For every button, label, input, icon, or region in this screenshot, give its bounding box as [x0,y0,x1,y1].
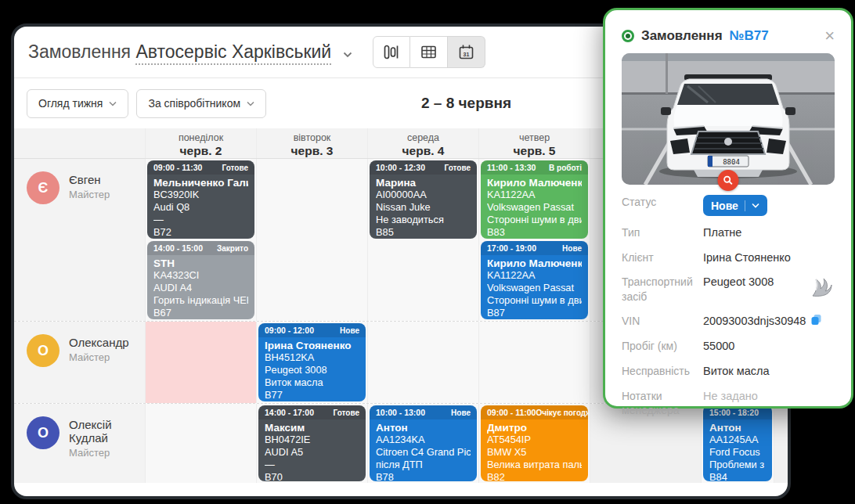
card-plate: BH0472IE [265,434,359,446]
employee-cell[interactable]: Є Євген Майстер [14,159,145,321]
card-plate: KA1122AA [487,189,582,201]
day-cell[interactable]: 10:00 - 12:30Готове Марина AI00000AA Nis… [367,159,478,321]
card-time: 14:00 - 17:00 [265,408,314,417]
day-cell[interactable] [478,322,590,403]
appointment-card[interactable]: 14:00 - 15:00Закрито STH KA4323CI AUDI A… [147,241,254,319]
appointment-card[interactable]: 14:00 - 17:00Готове Максим BH0472IE AUDI… [258,405,366,481]
avatar: Є [27,171,60,204]
chevron-down-icon[interactable] [343,41,352,62]
vin-value: 20093003dnjs30948 [703,314,806,329]
popup-header: Замовлення №B77 × [622,27,835,45]
status-badge: Готове [334,409,359,417]
card-time: 14:00 - 15:00 [153,243,203,253]
day-cell[interactable]: 09:00 - 11:00Очікує погодження Дмитро AT… [478,404,590,483]
card-order-number: B67 [153,307,248,319]
card-issue: Проблеми з ел [709,459,766,471]
card-client: Кирило Малюченко [487,177,582,189]
card-issue: Виток масла [265,376,359,389]
group-by-dropdown[interactable]: За співробітником [136,89,266,118]
table-view-icon [421,45,436,59]
svg-text:31: 31 [463,52,469,57]
appointment-card[interactable]: 17:00 - 19:00Нове Кирило Малюченко KA112… [481,241,588,319]
appointment-card[interactable]: 09:00 - 11:30Готове Мельниченко Галина B… [147,160,254,239]
view-period-label: Огляд тижня [38,97,103,110]
zoom-badge-icon[interactable] [718,170,739,191]
copy-icon[interactable] [810,314,822,330]
status-badge: Готове [445,164,471,172]
card-plate: KA1122AA [487,269,582,282]
popup-title: Замовлення [641,28,723,44]
day-cell[interactable]: 14:00 - 17:00Готове Максим BH0472IE AUDI… [256,404,367,483]
table-view-button[interactable] [410,36,448,68]
card-order-number: B83 [487,226,582,239]
day-cell[interactable] [367,322,478,403]
status-badge: Очікує погодження [536,409,588,417]
card-issue: Сторонні шуми в двиг... [487,294,582,307]
avatar: О [27,416,60,449]
day-cell[interactable]: 09:00 - 12:00Нове Ірина Стояненко BH4512… [256,322,367,403]
card-order-number: B84 [709,471,766,481]
day-cell[interactable] [145,404,256,483]
card-time: 09:00 - 11:30 [153,163,202,172]
close-icon[interactable]: × [824,27,835,45]
appointment-card[interactable]: 11:00 - 13:30В роботі Кирило Малюченко K… [481,160,588,239]
day-header-wed: середа черв. 4 [367,128,478,158]
employee-name: Олексій Кудлай [69,416,137,445]
day-cell[interactable]: 10:00 - 13:00Нове Антон AA1234KA Citroen… [367,404,478,483]
card-plate: AA1234KA [376,434,471,446]
status-badge: В роботі [549,164,582,172]
employee-role: Майстер [69,447,137,459]
calendar-view-icon: 31 [459,45,474,59]
calendar-view-button[interactable]: 31 [448,36,485,68]
status-badge: Нове [562,244,582,253]
card-time: 09:00 - 12:00 [265,326,314,335]
status-badge: Нове [340,326,359,335]
day-cell[interactable] [256,159,367,321]
day-cell[interactable]: 11:00 - 13:30В роботі Кирило Малюченко K… [478,159,590,321]
status-badge: Нове [451,409,471,417]
status-badge: Закрито [217,244,248,253]
unavailable-block [146,322,256,403]
field-client: Клієнт Ірина Стояненко [622,250,835,266]
order-details-popup: Замовлення №B77 × [603,8,853,409]
card-time: 10:00 - 13:00 [376,408,425,417]
card-issue: Горить індикація ЧЕК [153,294,248,307]
kanban-view-button[interactable] [373,36,410,68]
status-dropdown-button[interactable]: Нове [703,195,767,216]
card-plate: AA1245AA [709,434,766,446]
day-header-tue: вівторок черв. 3 [256,128,367,158]
field-status: Статус Нове [622,195,835,216]
card-time: 10:00 - 12:30 [376,163,425,172]
card-vehicle: Ford Focus [709,446,766,459]
view-period-dropdown[interactable]: Огляд тижня [27,89,128,118]
day-cell-unavailable[interactable] [145,322,256,403]
card-issue: після ДТП [376,459,471,471]
appointment-card[interactable]: 10:00 - 12:30Готове Марина AI00000AA Nis… [370,160,477,239]
card-order-number: B77 [265,389,359,401]
card-order-number: B87 [487,307,582,319]
card-client: Антон [709,422,766,434]
appointment-card[interactable]: 09:00 - 12:00Нове Ірина Стояненко BH4512… [258,323,366,401]
card-plate: BH4512KA [265,351,359,364]
card-order-number: B85 [376,226,471,239]
employee-cell[interactable]: О Олексій Кудлай Майстер [14,404,145,483]
field-vin: VIN 20093003dnjs30948 [622,314,835,330]
card-vehicle: Volkswagen Passat [487,201,582,214]
card-vehicle: BMW X5 [487,446,582,459]
appointment-card[interactable]: 10:00 - 13:00Нове Антон AA1234KA Citroen… [370,405,477,481]
card-client: Максим [265,422,359,434]
group-by-label: За співробітником [148,97,240,110]
card-client: Кирило Малюченко [487,257,582,269]
chevron-down-icon [247,101,254,106]
employee-cell[interactable]: О Олександр Майстер [14,322,145,403]
card-vehicle: AUDI A4 [153,282,248,294]
vehicle-photo[interactable]: 8804 [622,53,835,185]
day-cell[interactable]: 09:00 - 11:30Готове Мельниченко Галина B… [145,159,256,321]
card-plate: BC3920IK [153,189,248,201]
avatar: О [27,334,60,367]
card-issue: Сторонні шуми в двиг... [487,214,582,226]
status-value: Нове [711,200,738,212]
appointment-card[interactable]: 09:00 - 11:00Очікує погодження Дмитро AT… [481,405,588,481]
order-number-link[interactable]: №B77 [730,28,769,44]
company-selector[interactable]: Автосервіс Харківський [135,41,331,65]
